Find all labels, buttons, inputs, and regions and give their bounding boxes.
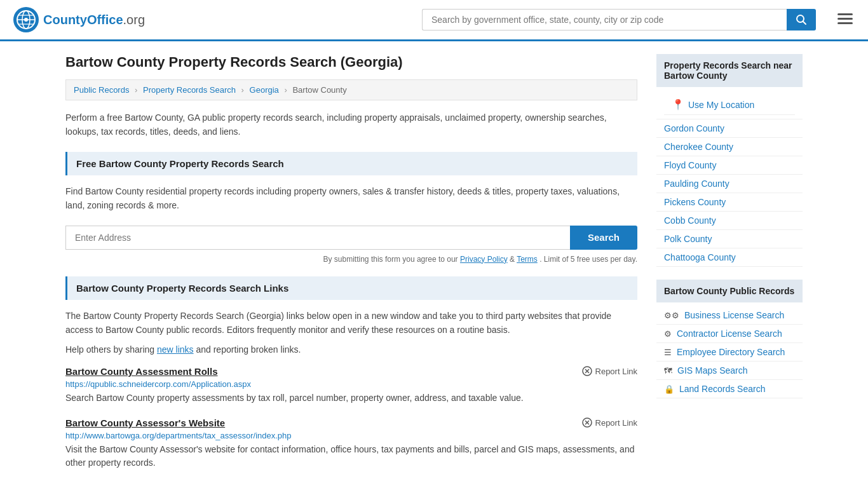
sidebar-use-location-item: 📍 Use My Location (656, 91, 803, 119)
sidebar-item-gordon: Gordon County (656, 119, 803, 138)
page-description: Perform a free Bartow County, GA public … (65, 111, 637, 139)
gis-maps-link[interactable]: GIS Maps Search (677, 365, 748, 376)
form-disclaimer: By submitting this form you agree to our… (65, 255, 637, 264)
sidebar-nearby-list: 📍 Use My Location Gordon County Cherokee… (656, 91, 803, 267)
header-search-input[interactable] (422, 9, 787, 30)
svg-rect-11 (837, 22, 853, 24)
report-link-btn-0[interactable]: Report Link (582, 366, 637, 376)
sidebar-pr-business: ⚙⚙ Business License Search (656, 306, 803, 325)
employee-directory-icon: ☰ (664, 348, 672, 357)
sidebar-nearby-title: Property Records Search near Bartow Coun… (656, 54, 803, 87)
header-search-form (422, 9, 816, 30)
sidebar-pr-contractor: ⚙ Contractor License Search (656, 325, 803, 343)
terms-link[interactable]: Terms (517, 255, 538, 264)
free-search-description: Find Bartow County residential property … (65, 184, 637, 213)
sidebar-item-polk: Polk County (656, 230, 803, 248)
report-icon-1 (582, 417, 592, 428)
gis-maps-icon: 🗺 (664, 366, 672, 376)
breadcrumb-georgia[interactable]: Georgia (250, 85, 279, 95)
logo-icon (13, 6, 39, 33)
sidebar: Property Records Search near Bartow Coun… (656, 54, 803, 482)
new-links-link[interactable]: new links (157, 344, 194, 355)
land-records-link[interactable]: Land Records Search (679, 384, 765, 394)
search-icon (796, 14, 807, 25)
contractor-license-link[interactable]: Contractor License Search (677, 329, 782, 339)
link-item-0-desc: Search Bartow County property assessment… (65, 391, 637, 405)
free-search-header: Free Bartow County Property Records Sear… (65, 152, 637, 175)
breadcrumb: Public Records › Property Records Search… (65, 79, 637, 100)
business-license-icon: ⚙⚙ (664, 311, 679, 320)
sidebar-item-cobb: Cobb County (656, 212, 803, 230)
sidebar-item-cherokee: Cherokee County (656, 138, 803, 156)
menu-icon (837, 13, 853, 25)
svg-point-6 (24, 18, 28, 22)
link-item-1-url[interactable]: http://www.bartowga.org/departments/tax_… (65, 431, 637, 440)
link-item-0-title[interactable]: Bartow County Assessment Rolls (65, 366, 218, 377)
breadcrumb-sep-2: › (241, 85, 244, 95)
report-link-btn-1[interactable]: Report Link (582, 417, 637, 428)
property-search-form: Search (65, 226, 637, 250)
page-wrapper: Bartow County Property Records Search (G… (53, 41, 815, 488)
sidebar-pr-land: 🔒 Land Records Search (656, 380, 803, 398)
link-item-1-header: Bartow County Assessor's Website Report … (65, 417, 637, 428)
logo-text: CountyOffice.org (43, 13, 145, 27)
sidebar-pr-gis: 🗺 GIS Maps Search (656, 362, 803, 380)
sidebar-item-chattooga: Chattooga County (656, 248, 803, 267)
svg-rect-9 (837, 13, 853, 15)
breadcrumb-property-records[interactable]: Property Records Search (143, 85, 236, 95)
sidebar-pr-employee: ☰ Employee Directory Search (656, 343, 803, 362)
header: CountyOffice.org (0, 0, 868, 41)
breadcrumb-public-records[interactable]: Public Records (74, 85, 129, 95)
link-item-0: Bartow County Assessment Rolls Report Li… (65, 366, 637, 405)
contractor-license-icon: ⚙ (664, 329, 672, 339)
search-button[interactable]: Search (570, 226, 637, 250)
link-item-1-title[interactable]: Bartow County Assessor's Website (65, 417, 225, 428)
privacy-policy-link[interactable]: Privacy Policy (460, 255, 508, 264)
report-icon-0 (582, 366, 592, 376)
sidebar-item-pickens: Pickens County (656, 193, 803, 212)
sidebar-public-records-title: Bartow County Public Records (656, 280, 803, 302)
use-location-link[interactable]: Use My Location (688, 100, 754, 110)
svg-line-8 (803, 22, 806, 25)
sidebar-public-records-list: ⚙⚙ Business License Search ⚙ Contractor … (656, 306, 803, 398)
sidebar-use-location: 📍 Use My Location (664, 95, 795, 115)
sidebar-item-floyd: Floyd County (656, 156, 803, 175)
link-item-0-header: Bartow County Assessment Rolls Report Li… (65, 366, 637, 377)
sidebar-item-paulding: Paulding County (656, 175, 803, 193)
business-license-link[interactable]: Business License Search (684, 310, 784, 320)
link-item-1-desc: Visit the Bartow County Assessor's websi… (65, 443, 637, 470)
link-item-1: Bartow County Assessor's Website Report … (65, 417, 637, 470)
links-description: The Bartow County Property Records Searc… (65, 309, 637, 337)
hamburger-button[interactable] (835, 11, 855, 29)
employee-directory-link[interactable]: Employee Directory Search (677, 347, 785, 357)
breadcrumb-bartow: Bartow County (292, 85, 346, 95)
breadcrumb-sep-3: › (284, 85, 287, 95)
location-icon: 📍 (672, 98, 684, 111)
svg-rect-10 (837, 18, 853, 20)
link-item-0-url[interactable]: https://qpublic.schneidercorp.com/Applic… (65, 379, 637, 389)
logo[interactable]: CountyOffice.org (13, 6, 145, 33)
breadcrumb-sep-1: › (135, 85, 137, 95)
share-text: Help others by sharing new links and rep… (65, 344, 637, 355)
header-search-button[interactable] (787, 9, 816, 30)
land-records-icon: 🔒 (664, 384, 674, 394)
main-content: Bartow County Property Records Search (G… (65, 54, 637, 482)
links-header: Bartow County Property Records Search Li… (65, 276, 637, 300)
address-input[interactable] (65, 226, 570, 250)
page-title: Bartow County Property Records Search (G… (65, 54, 637, 71)
